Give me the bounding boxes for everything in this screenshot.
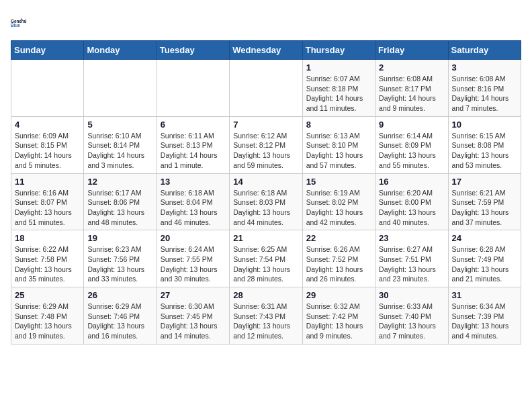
weekday-header-wednesday: Wednesday xyxy=(230,41,302,60)
weekday-header-thursday: Thursday xyxy=(302,41,375,60)
day-info: Sunrise: 6:23 AM Sunset: 7:56 PM Dayligh… xyxy=(87,244,152,284)
day-number: 6 xyxy=(161,120,226,130)
day-info: Sunrise: 6:33 AM Sunset: 7:40 PM Dayligh… xyxy=(379,302,444,341)
calendar-week-row: 1Sunrise: 6:07 AM Sunset: 8:18 PM Daylig… xyxy=(11,60,521,117)
logo-icon: General Blue xyxy=(11,11,35,35)
calendar-cell: 12Sunrise: 6:17 AM Sunset: 8:06 PM Dayli… xyxy=(84,173,157,230)
day-number: 18 xyxy=(15,233,80,243)
day-number: 12 xyxy=(87,177,152,187)
day-info: Sunrise: 6:28 AM Sunset: 7:49 PM Dayligh… xyxy=(452,244,517,284)
day-number: 21 xyxy=(233,233,298,243)
day-info: Sunrise: 6:14 AM Sunset: 8:09 PM Dayligh… xyxy=(379,131,444,171)
day-info: Sunrise: 6:30 AM Sunset: 7:45 PM Dayligh… xyxy=(161,302,226,341)
calendar-cell: 13Sunrise: 6:18 AM Sunset: 8:04 PM Dayli… xyxy=(157,173,229,230)
day-info: Sunrise: 6:07 AM Sunset: 8:18 PM Dayligh… xyxy=(306,74,371,113)
day-info: Sunrise: 6:26 AM Sunset: 7:52 PM Dayligh… xyxy=(306,244,371,284)
day-info: Sunrise: 6:08 AM Sunset: 8:17 PM Dayligh… xyxy=(379,74,444,113)
weekday-header-tuesday: Tuesday xyxy=(157,41,229,60)
day-info: Sunrise: 6:29 AM Sunset: 7:48 PM Dayligh… xyxy=(15,302,80,341)
day-info: Sunrise: 6:21 AM Sunset: 7:59 PM Dayligh… xyxy=(452,188,517,228)
calendar-cell: 5Sunrise: 6:10 AM Sunset: 8:14 PM Daylig… xyxy=(84,116,157,173)
page-header: General Blue xyxy=(11,11,521,35)
day-number: 20 xyxy=(161,233,226,243)
day-number: 22 xyxy=(306,233,371,243)
day-number: 15 xyxy=(306,177,371,187)
day-number: 19 xyxy=(87,233,152,243)
day-info: Sunrise: 6:16 AM Sunset: 8:07 PM Dayligh… xyxy=(15,188,80,228)
calendar-week-row: 25Sunrise: 6:29 AM Sunset: 7:48 PM Dayli… xyxy=(11,287,521,345)
day-number: 30 xyxy=(379,290,444,300)
day-number: 8 xyxy=(306,120,371,130)
day-info: Sunrise: 6:11 AM Sunset: 8:13 PM Dayligh… xyxy=(161,131,226,171)
day-number: 7 xyxy=(233,120,298,130)
day-info: Sunrise: 6:25 AM Sunset: 7:54 PM Dayligh… xyxy=(233,244,298,284)
day-info: Sunrise: 6:32 AM Sunset: 7:42 PM Dayligh… xyxy=(306,302,371,341)
day-info: Sunrise: 6:10 AM Sunset: 8:14 PM Dayligh… xyxy=(87,131,152,171)
day-number: 1 xyxy=(306,62,371,73)
calendar-cell: 8Sunrise: 6:13 AM Sunset: 8:10 PM Daylig… xyxy=(302,116,375,173)
calendar-cell: 15Sunrise: 6:19 AM Sunset: 8:02 PM Dayli… xyxy=(302,173,375,230)
calendar-cell: 29Sunrise: 6:32 AM Sunset: 7:42 PM Dayli… xyxy=(302,287,375,345)
day-number: 25 xyxy=(15,290,80,300)
day-number: 13 xyxy=(161,177,226,187)
calendar-cell: 1Sunrise: 6:07 AM Sunset: 8:18 PM Daylig… xyxy=(302,60,375,117)
day-info: Sunrise: 6:17 AM Sunset: 8:06 PM Dayligh… xyxy=(87,188,152,228)
calendar-cell: 24Sunrise: 6:28 AM Sunset: 7:49 PM Dayli… xyxy=(448,230,521,287)
calendar-cell: 18Sunrise: 6:22 AM Sunset: 7:58 PM Dayli… xyxy=(11,230,84,287)
day-number: 5 xyxy=(87,120,152,130)
calendar-cell: 6Sunrise: 6:11 AM Sunset: 8:13 PM Daylig… xyxy=(157,116,229,173)
weekday-header-sunday: Sunday xyxy=(11,41,84,60)
calendar-cell: 20Sunrise: 6:24 AM Sunset: 7:55 PM Dayli… xyxy=(157,230,229,287)
calendar-cell: 9Sunrise: 6:14 AM Sunset: 8:09 PM Daylig… xyxy=(375,116,448,173)
calendar-cell xyxy=(84,60,157,117)
calendar-cell: 28Sunrise: 6:31 AM Sunset: 7:43 PM Dayli… xyxy=(230,287,302,345)
day-number: 14 xyxy=(233,177,298,187)
day-number: 26 xyxy=(87,290,152,300)
calendar-cell: 14Sunrise: 6:18 AM Sunset: 8:03 PM Dayli… xyxy=(230,173,302,230)
day-number: 16 xyxy=(379,177,444,187)
day-info: Sunrise: 6:15 AM Sunset: 8:08 PM Dayligh… xyxy=(452,131,517,171)
svg-text:Blue: Blue xyxy=(11,23,20,28)
calendar-cell: 22Sunrise: 6:26 AM Sunset: 7:52 PM Dayli… xyxy=(302,230,375,287)
day-info: Sunrise: 6:29 AM Sunset: 7:46 PM Dayligh… xyxy=(87,302,152,341)
day-number: 4 xyxy=(15,120,80,130)
day-number: 11 xyxy=(15,177,80,187)
day-info: Sunrise: 6:22 AM Sunset: 7:58 PM Dayligh… xyxy=(15,244,80,284)
day-number: 9 xyxy=(379,120,444,130)
day-info: Sunrise: 6:20 AM Sunset: 8:00 PM Dayligh… xyxy=(379,188,444,228)
calendar-cell: 3Sunrise: 6:08 AM Sunset: 8:16 PM Daylig… xyxy=(448,60,521,117)
day-number: 24 xyxy=(452,233,517,243)
weekday-header-saturday: Saturday xyxy=(448,41,521,60)
day-number: 29 xyxy=(306,290,371,300)
day-info: Sunrise: 6:13 AM Sunset: 8:10 PM Dayligh… xyxy=(306,131,371,171)
calendar-week-row: 18Sunrise: 6:22 AM Sunset: 7:58 PM Dayli… xyxy=(11,230,521,287)
calendar-cell: 10Sunrise: 6:15 AM Sunset: 8:08 PM Dayli… xyxy=(448,116,521,173)
calendar-cell: 19Sunrise: 6:23 AM Sunset: 7:56 PM Dayli… xyxy=(84,230,157,287)
day-info: Sunrise: 6:18 AM Sunset: 8:03 PM Dayligh… xyxy=(233,188,298,228)
calendar-cell: 11Sunrise: 6:16 AM Sunset: 8:07 PM Dayli… xyxy=(11,173,84,230)
day-number: 17 xyxy=(452,177,517,187)
day-number: 27 xyxy=(161,290,226,300)
day-info: Sunrise: 6:34 AM Sunset: 7:39 PM Dayligh… xyxy=(452,302,517,341)
calendar-cell: 21Sunrise: 6:25 AM Sunset: 7:54 PM Dayli… xyxy=(230,230,302,287)
day-info: Sunrise: 6:31 AM Sunset: 7:43 PM Dayligh… xyxy=(233,302,298,341)
day-number: 28 xyxy=(233,290,298,300)
calendar-cell: 25Sunrise: 6:29 AM Sunset: 7:48 PM Dayli… xyxy=(11,287,84,345)
day-info: Sunrise: 6:18 AM Sunset: 8:04 PM Dayligh… xyxy=(161,188,226,228)
calendar-cell xyxy=(230,60,302,117)
weekday-header-monday: Monday xyxy=(84,41,157,60)
calendar-cell: 7Sunrise: 6:12 AM Sunset: 8:12 PM Daylig… xyxy=(230,116,302,173)
day-number: 31 xyxy=(452,290,517,300)
calendar-cell: 2Sunrise: 6:08 AM Sunset: 8:17 PM Daylig… xyxy=(375,60,448,117)
day-info: Sunrise: 6:08 AM Sunset: 8:16 PM Dayligh… xyxy=(452,74,517,113)
calendar-week-row: 11Sunrise: 6:16 AM Sunset: 8:07 PM Dayli… xyxy=(11,173,521,230)
day-number: 2 xyxy=(379,62,444,73)
day-info: Sunrise: 6:19 AM Sunset: 8:02 PM Dayligh… xyxy=(306,188,371,228)
calendar-cell: 17Sunrise: 6:21 AM Sunset: 7:59 PM Dayli… xyxy=(448,173,521,230)
logo: General Blue xyxy=(11,11,35,35)
calendar-cell: 26Sunrise: 6:29 AM Sunset: 7:46 PM Dayli… xyxy=(84,287,157,345)
calendar-cell xyxy=(11,60,84,117)
calendar-cell: 16Sunrise: 6:20 AM Sunset: 8:00 PM Dayli… xyxy=(375,173,448,230)
day-number: 3 xyxy=(452,62,517,73)
calendar-cell: 23Sunrise: 6:27 AM Sunset: 7:51 PM Dayli… xyxy=(375,230,448,287)
